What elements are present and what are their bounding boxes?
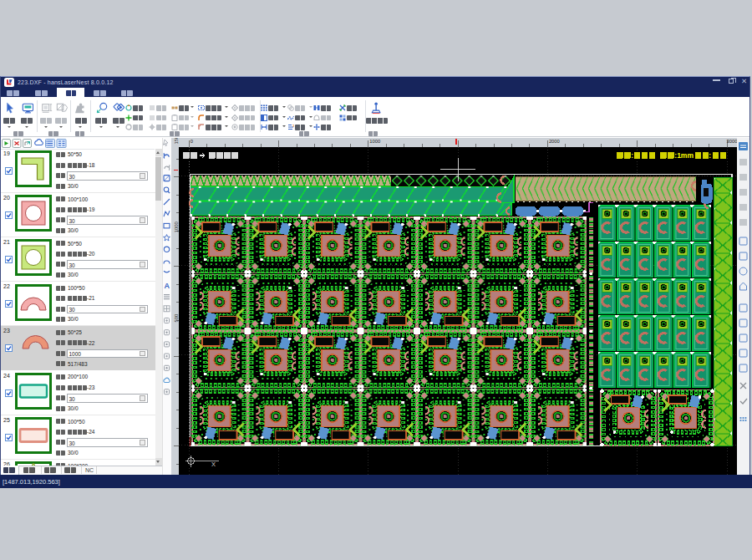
- svg-text:1000: 1000: [174, 221, 179, 232]
- svg-text:2000: 2000: [549, 139, 560, 144]
- svg-text:X: X: [211, 461, 216, 468]
- svg-text::: :: [631, 151, 633, 160]
- svg-text::: :: [709, 151, 711, 160]
- svg-text:1500: 1500: [174, 138, 179, 145]
- svg-text:A: A: [165, 282, 170, 290]
- svg-text:500: 500: [174, 313, 179, 322]
- svg-text:0: 0: [191, 139, 193, 144]
- svg-text:1000: 1000: [369, 139, 380, 144]
- svg-text:3000: 3000: [727, 139, 737, 144]
- svg-text::1mm: :1mm: [674, 151, 694, 160]
